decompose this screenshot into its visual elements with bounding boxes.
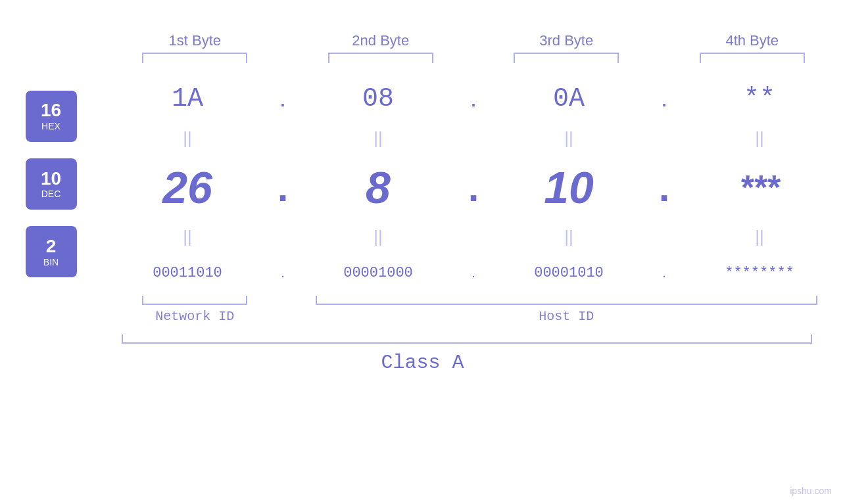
dec-byte3: 10 <box>483 162 654 213</box>
dec-badge-label: DEC <box>41 189 61 199</box>
host-bracket <box>316 296 817 305</box>
byte4-header: 4th Byte <box>660 32 846 49</box>
top-bracket-2 <box>328 53 433 63</box>
bin-dot1: . <box>273 265 293 281</box>
dec-byte2: 8 <box>293 162 464 213</box>
dec-byte4: *** <box>674 168 845 207</box>
hex-badge-number: 16 <box>41 101 61 121</box>
eq2-b2: || <box>293 227 464 247</box>
eq1-b3: || <box>483 128 654 149</box>
top-bracket-4 <box>700 53 805 63</box>
eq2-b3: || <box>483 227 654 247</box>
dec-dot2: . <box>464 165 483 210</box>
hex-dot1: . <box>273 85 293 112</box>
bin-dot3: . <box>654 265 674 281</box>
hex-badge: 16 HEX <box>26 91 77 142</box>
dec-dot1: . <box>273 165 293 210</box>
hex-dot3: . <box>654 85 674 112</box>
bin-badge-label: BIN <box>43 257 59 267</box>
top-bracket-1 <box>142 53 247 63</box>
bin-badge-number: 2 <box>46 237 57 257</box>
class-bracket <box>122 334 812 344</box>
bracket-col-4 <box>660 53 846 72</box>
hex-byte1: 1A <box>102 84 273 114</box>
dec-dot3: . <box>654 165 674 210</box>
network-bracket <box>142 296 247 305</box>
byte1-header: 1st Byte <box>102 32 288 49</box>
bracket-row-top <box>0 53 845 72</box>
equals-row-2: || || || || <box>102 223 845 250</box>
hex-dot2: . <box>464 85 483 112</box>
left-badges: 16 HEX 10 DEC 2 BIN <box>0 72 102 296</box>
top-bracket-3 <box>514 53 619 63</box>
eq1-b1: || <box>102 128 273 149</box>
dec-badge-number: 10 <box>41 169 61 189</box>
bin-badge: 2 BIN <box>26 226 77 277</box>
bin-dot2: . <box>464 265 483 281</box>
eq1-b2: || <box>293 128 464 149</box>
dec-byte1: 26 <box>102 162 273 213</box>
network-host-brackets: Network ID Host ID <box>102 296 845 324</box>
main-container: 1st Byte 2nd Byte 3rd Byte 4th Byte <box>0 0 845 504</box>
dec-badge: 10 DEC <box>26 158 77 210</box>
hex-byte2: 08 <box>293 84 464 114</box>
bin-byte1: 00011010 <box>102 265 273 281</box>
data-section: 16 HEX 10 DEC 2 BIN 1A . <box>0 72 845 296</box>
bin-row: 00011010 . 00001000 . 00001010 . <box>102 250 845 296</box>
header-columns: 1st Byte 2nd Byte 3rd Byte 4th Byte <box>102 32 845 49</box>
bin-byte2: 00001000 <box>293 265 464 281</box>
dec-row: 26 . 8 . 10 . *** <box>102 151 845 223</box>
bottom-section: Network ID Host ID Class A <box>0 296 845 504</box>
bin-byte4: ******** <box>674 265 845 281</box>
byte2-header: 2nd Byte <box>288 32 474 49</box>
data-rows: 1A . 08 . 0A . ** <box>102 72 845 296</box>
hex-badge-label: HEX <box>41 121 60 131</box>
host-id-label: Host ID <box>539 309 594 324</box>
hex-byte4: ** <box>674 84 845 114</box>
equals-row-1: || || || || <box>102 125 845 151</box>
bracket-col-2 <box>288 53 474 72</box>
bracket-spacer <box>0 53 102 72</box>
eq1-b4: || <box>674 128 845 149</box>
byte3-header: 3rd Byte <box>473 32 660 49</box>
bracket-col-1 <box>102 53 288 72</box>
header-row: 1st Byte 2nd Byte 3rd Byte 4th Byte <box>0 0 845 53</box>
bin-byte3: 00001010 <box>483 265 654 281</box>
host-bracket-wrap: Host ID <box>288 296 846 324</box>
watermark: ipshu.com <box>790 486 832 496</box>
eq2-b4: || <box>674 227 845 247</box>
hex-byte3: 0A <box>483 84 654 114</box>
network-bracket-wrap: Network ID <box>102 296 288 324</box>
eq2-b1: || <box>102 227 273 247</box>
hex-row: 1A . 08 . 0A . ** <box>102 72 845 125</box>
bracket-col-3 <box>473 53 660 72</box>
network-id-label: Network ID <box>155 309 234 324</box>
bracket-cols <box>102 53 845 72</box>
class-label: Class A <box>0 352 845 374</box>
